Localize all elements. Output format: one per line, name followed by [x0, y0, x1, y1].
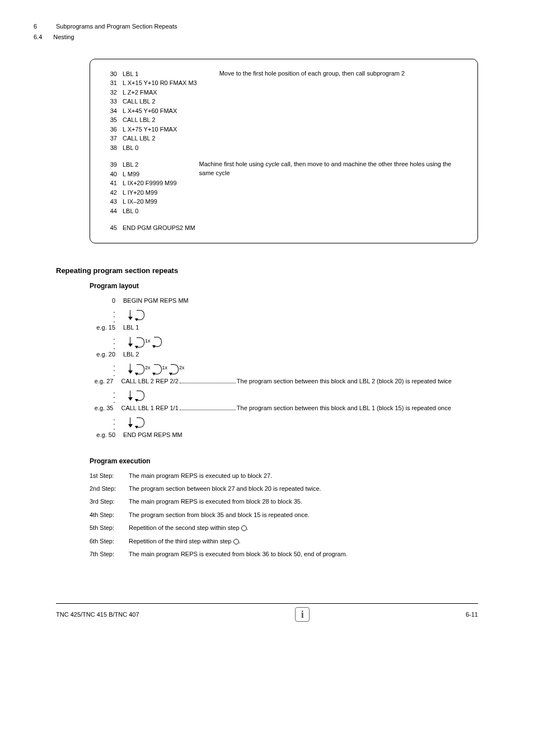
- dotted-leader: [180, 378, 236, 383]
- footer-left: TNC 425/TNC 415 B/TNC 407: [56, 611, 139, 619]
- loop-arrow-icon: [137, 417, 144, 428]
- line-number: 30: [107, 69, 123, 79]
- step-text: Repetition of the second step within ste…: [129, 524, 364, 532]
- layout-code: END PGM REPS MM: [123, 431, 202, 439]
- loop-arrow-icon: [137, 364, 144, 374]
- step-text: The program section from block 35 and bl…: [129, 511, 364, 519]
- code-text: L X+45 Y+60 FMAX: [123, 106, 197, 116]
- description-text: Move to the first hole position of each …: [219, 69, 405, 78]
- layout-line-num: e.g. 15: [90, 323, 123, 332]
- loop-arrow-icon: [137, 337, 144, 348]
- circle-icon: [241, 525, 247, 531]
- line-number: 33: [107, 97, 123, 106]
- loop-arrow-icon: [171, 364, 179, 374]
- repeat-label: 2x: [145, 364, 151, 372]
- flow-arrows: 2x1x2x: [128, 361, 202, 377]
- page-container: 6 Subprograms and Program Section Repeat…: [0, 0, 534, 638]
- code-text: L M99: [123, 170, 177, 179]
- loop-arrow-icon: [154, 364, 162, 374]
- line-number: 37: [107, 134, 123, 143]
- dotted-leader: [180, 405, 236, 410]
- code-desc-1: Move to the first hole position of each …: [214, 69, 461, 78]
- dots: ...: [90, 361, 123, 375]
- description-text: Machine first hole using cycle call, the…: [199, 160, 461, 177]
- code-lines-2: 39LBL 2 40L M99 41L IX+20 F9999 M99 42L …: [107, 160, 177, 215]
- code-text: LBL 1: [123, 69, 197, 79]
- repeat-label: 2x: [179, 364, 185, 372]
- flow-arrows: [128, 308, 202, 323]
- down-arrow-icon: [128, 337, 133, 348]
- footer-page-number: 6-11: [466, 611, 478, 619]
- layout-heading: Program layout: [90, 281, 500, 291]
- code-text: L Z+2 FMAX: [123, 88, 197, 97]
- down-arrow-icon: [128, 310, 133, 321]
- layout-code: LBL 1: [123, 323, 202, 332]
- line-number: 41: [107, 179, 123, 188]
- code-text: L X+15 Y+10 R0 FMAX M3: [123, 78, 197, 88]
- down-arrow-icon: [128, 417, 133, 429]
- code-block-1: 30LBL 1 31L X+15 Y+10 R0 FMAX M3 32L Z+2…: [107, 69, 461, 153]
- flow-arrows: [128, 415, 202, 431]
- line-number: 36: [107, 125, 123, 134]
- section-number: 6.4: [34, 33, 42, 41]
- line-number: 39: [107, 160, 123, 170]
- step-label: 1st Step:: [90, 472, 129, 480]
- repeat-label: 1x: [162, 364, 168, 372]
- code-text: END PGM GROUPS2 MM: [123, 223, 461, 233]
- section-title: Nesting: [53, 33, 74, 41]
- layout-line-num: e.g. 50: [90, 431, 123, 439]
- loop-arrow-icon: [154, 337, 162, 347]
- execution-steps: 1st Step:The main program REPS is execut…: [90, 472, 500, 559]
- step-label: 7th Step:: [90, 550, 129, 558]
- line-number: 45: [107, 223, 123, 233]
- code-text: LBL 0: [123, 206, 177, 216]
- line-number: 31: [107, 78, 123, 88]
- code-lines-1: 30LBL 1 31L X+15 Y+10 R0 FMAX M3 32L Z+2…: [107, 69, 197, 153]
- exec-heading: Program execution: [90, 457, 500, 466]
- flow-arrows: 1x: [128, 335, 202, 350]
- layout-desc: The program section between this block a…: [237, 404, 500, 412]
- step-text: Repetition of the third step within step…: [129, 537, 364, 546]
- step-text: The main program REPS is executed from b…: [129, 550, 364, 558]
- line-number: 40: [107, 170, 123, 179]
- code-text: CALL LBL 2: [123, 115, 197, 125]
- code-text: L X+75 Y+10 FMAX: [123, 125, 197, 134]
- circle-icon: [233, 539, 239, 544]
- code-text: CALL LBL 2: [123, 134, 197, 143]
- layout-line-num: e.g. 20: [90, 350, 123, 359]
- code-text: LBL 2: [123, 160, 177, 170]
- layout-code: LBL 2: [123, 350, 202, 359]
- dots: ...: [90, 308, 123, 322]
- repeat-label: 1x: [145, 337, 151, 345]
- flow-arrows: [128, 388, 202, 404]
- line-number: 35: [107, 115, 123, 125]
- line-number: 42: [107, 188, 123, 198]
- code-desc-2: Machine first hole using cycle call, the…: [194, 160, 461, 177]
- step-text: The main program REPS is executed up to …: [129, 472, 364, 480]
- chapter-header: 6 Subprograms and Program Section Repeat…: [34, 22, 500, 31]
- program-layout-block: 0BEGIN PGM REPS MM ... e.g. 15LBL 1 ...1…: [90, 297, 500, 442]
- chapter-title: Subprograms and Program Section Repeats: [56, 22, 177, 31]
- line-number: 34: [107, 106, 123, 116]
- layout-code: CALL LBL 2 REP 2/2: [121, 377, 178, 386]
- code-example-box: 30LBL 1 31L X+15 Y+10 R0 FMAX M3 32L Z+2…: [90, 59, 478, 243]
- step-label: 2nd Step:: [90, 485, 129, 493]
- step-label: 3rd Step:: [90, 497, 129, 506]
- line-number: 38: [107, 143, 123, 153]
- down-arrow-icon: [128, 391, 133, 402]
- code-text: LBL 0: [123, 143, 197, 153]
- down-arrow-icon: [128, 364, 133, 375]
- layout-desc: The program section between this block a…: [237, 377, 500, 386]
- code-block-2: 39LBL 2 40L M99 41L IX+20 F9999 M99 42L …: [107, 160, 461, 215]
- step-label: 4th Step:: [90, 511, 129, 519]
- info-icon: i: [295, 607, 310, 622]
- line-number: 44: [107, 206, 123, 216]
- code-text: CALL LBL 2: [123, 97, 197, 106]
- code-text: L IX–20 M99: [123, 197, 177, 206]
- step-text-part: Repetition of the third step within step: [129, 538, 231, 544]
- dots: ...: [90, 335, 123, 349]
- loop-arrow-icon: [137, 310, 144, 320]
- repeating-heading: Repeating program section repeats: [56, 266, 500, 276]
- code-end-line: 45END PGM GROUPS2 MM: [107, 223, 461, 233]
- code-text: L IX+20 F9999 M99: [123, 179, 177, 188]
